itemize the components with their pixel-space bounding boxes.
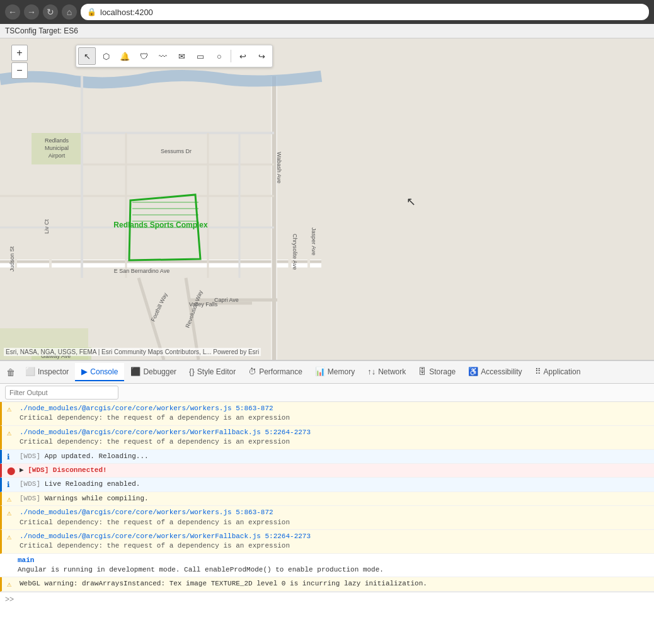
back-button[interactable]: ← bbox=[5, 4, 20, 20]
tab-accessibility[interactable]: ♿ Accessibility bbox=[462, 363, 528, 381]
devtools-tabs: 🗑 ⬜ Inspector ▶ Console ⬛ Debugger {} St… bbox=[0, 361, 654, 384]
console-message-2: ⚠ ./node_modules/@arcgis/core/core/worke… bbox=[0, 426, 654, 450]
msg-link-2[interactable]: ./node_modules/@arcgis/core/core/workers… bbox=[20, 428, 311, 436]
inspector-tab-icon: ⬜ bbox=[25, 367, 35, 376]
msg-sub-8: Critical dependency: the request of a de… bbox=[20, 542, 290, 549]
zoom-out-button[interactable]: − bbox=[11, 62, 28, 79]
trash-icon[interactable]: 🗑 bbox=[3, 365, 19, 380]
toolbar-separator bbox=[231, 50, 231, 62]
notify-tool-button[interactable]: 🔔 bbox=[116, 47, 134, 65]
network-tab-label: Network bbox=[378, 367, 406, 376]
undo-button[interactable]: ↩ bbox=[234, 47, 251, 65]
console-chevron-icon: >> bbox=[5, 595, 14, 604]
console-message-1: ⚠ ./node_modules/@arcgis/core/core/worke… bbox=[0, 402, 654, 426]
info-icon-1: ℹ bbox=[7, 452, 10, 463]
msg-tag-5: [WDS] bbox=[20, 480, 40, 488]
msg-tag-3: [WDS] bbox=[20, 452, 40, 460]
url-display: localhost:4200 bbox=[100, 8, 153, 17]
msg-disconnected: [WDS] Disconnected! bbox=[28, 466, 106, 474]
tab-inspector[interactable]: ⬜ Inspector bbox=[19, 363, 75, 381]
console-input-row: >> bbox=[0, 592, 654, 606]
svg-text:Chrysolite Ave: Chrysolite Ave bbox=[292, 234, 298, 270]
warning-icon-4: ⚠ bbox=[7, 509, 11, 519]
map-container[interactable]: Redlands Municipal Airport Redlands Spor… bbox=[0, 38, 654, 360]
zoom-controls: + − bbox=[11, 45, 28, 79]
select-tool-button[interactable]: ↖ bbox=[78, 47, 96, 65]
svg-text:E San Bernardino Ave: E San Bernardino Ave bbox=[114, 268, 169, 274]
msg-text-6: Warnings while compiling. bbox=[45, 495, 149, 502]
debugger-tab-icon: ⬛ bbox=[130, 367, 141, 376]
memory-tab-icon: 📊 bbox=[315, 367, 325, 376]
reload-button[interactable]: ↻ bbox=[43, 4, 58, 20]
console-tab-icon: ▶ bbox=[81, 367, 88, 376]
zoom-in-button[interactable]: + bbox=[11, 45, 28, 61]
svg-text:Wabash Ave: Wabash Ave bbox=[276, 152, 282, 183]
forward-button[interactable]: → bbox=[24, 4, 39, 20]
msg-link-7[interactable]: ./node_modules/@arcgis/core/core/workers… bbox=[20, 509, 273, 516]
home-button[interactable]: ⌂ bbox=[62, 4, 77, 20]
tab-memory[interactable]: 📊 Memory bbox=[309, 363, 361, 381]
msg-main-tag: main bbox=[18, 556, 34, 564]
console-messages: ⚠ ./node_modules/@arcgis/core/core/worke… bbox=[0, 402, 654, 592]
tab-performance[interactable]: ⏱ Performance bbox=[242, 363, 309, 381]
shield-tool-button[interactable]: 🛡 bbox=[135, 47, 152, 65]
svg-text:Judson St: Judson St bbox=[9, 246, 15, 272]
devtools-panel: 🗑 ⬜ Inspector ▶ Console ⬛ Debugger {} St… bbox=[0, 360, 654, 606]
accessibility-tab-icon: ♿ bbox=[468, 367, 478, 376]
tab-application[interactable]: ⠿ Application bbox=[529, 363, 587, 381]
error-icon-1: ⬤ bbox=[7, 466, 15, 477]
msg-text-10: WebGL warning: drawArraysInstanced: Tex … bbox=[20, 580, 427, 587]
warning-icon-1: ⚠ bbox=[7, 405, 11, 415]
map-toolbar: ↖ ⬡ 🔔 🛡 〰 ✉ ▭ ○ ↩ ↪ bbox=[76, 45, 273, 67]
map-svg: Redlands Municipal Airport Redlands Spor… bbox=[0, 38, 654, 360]
storage-tab-label: Storage bbox=[429, 367, 456, 376]
page-title: TSConfig Target: ES6 bbox=[5, 26, 78, 35]
msg-text-3: App updated. Reloading... bbox=[45, 452, 149, 460]
tab-style-editor[interactable]: {} Style Editor bbox=[183, 363, 242, 381]
msg-sub-1: Critical dependency: the request of a de… bbox=[20, 414, 290, 422]
msg-link-1[interactable]: ./node_modules/@arcgis/core/core/workers… bbox=[20, 405, 273, 412]
memory-tab-label: Memory bbox=[328, 367, 355, 376]
console-message-8: ⚠ ./node_modules/@arcgis/core/core/worke… bbox=[0, 530, 654, 554]
tab-debugger[interactable]: ⬛ Debugger bbox=[124, 363, 183, 381]
svg-text:Sessums Dr: Sessums Dr bbox=[161, 148, 192, 154]
lasso-tool-button[interactable]: ⬡ bbox=[97, 47, 115, 65]
tab-console[interactable]: ▶ Console bbox=[75, 363, 124, 381]
console-message-7: ⚠ ./node_modules/@arcgis/core/core/worke… bbox=[0, 506, 654, 530]
svg-text:Capri Ave: Capri Ave bbox=[214, 297, 239, 303]
tab-storage[interactable]: 🗄 Storage bbox=[412, 363, 462, 381]
redo-button[interactable]: ↪ bbox=[253, 47, 270, 65]
envelope-tool-button[interactable]: ✉ bbox=[173, 47, 190, 65]
warning-icon-5: ⚠ bbox=[7, 532, 11, 543]
style-editor-tab-label: Style Editor bbox=[197, 367, 236, 376]
application-tab-label: Application bbox=[544, 367, 581, 376]
page-header: TSConfig Target: ES6 bbox=[0, 24, 654, 38]
svg-text:Redlands Sports Complex: Redlands Sports Complex bbox=[113, 221, 208, 229]
svg-text:Jasper Ave: Jasper Ave bbox=[311, 227, 317, 255]
info-icon-2: ℹ bbox=[7, 480, 10, 491]
console-tab-label: Console bbox=[90, 367, 118, 376]
filter-input[interactable] bbox=[5, 386, 118, 400]
svg-text:Liv Ct: Liv Ct bbox=[43, 219, 50, 234]
circle-tool-button[interactable]: ○ bbox=[210, 47, 228, 65]
msg-text-5: Live Reloading enabled. bbox=[45, 480, 141, 488]
svg-text:Redlands: Redlands bbox=[45, 137, 69, 144]
browser-chrome: ← → ↻ ⌂ 🔒 localhost:4200 bbox=[0, 0, 654, 24]
msg-link-8[interactable]: ./node_modules/@arcgis/core/core/workers… bbox=[20, 532, 311, 540]
application-tab-icon: ⠿ bbox=[535, 367, 541, 376]
storage-tab-icon: 🗄 bbox=[418, 367, 427, 376]
path-tool-button[interactable]: 〰 bbox=[154, 47, 171, 65]
expand-icon-1[interactable]: ▶ bbox=[20, 466, 24, 474]
network-tab-icon: ↑↓ bbox=[367, 367, 376, 376]
svg-text:Airport: Airport bbox=[49, 152, 66, 159]
tab-network[interactable]: ↑↓ Network bbox=[361, 363, 412, 381]
performance-tab-label: Performance bbox=[259, 367, 302, 376]
rect-tool-button[interactable]: ▭ bbox=[192, 47, 209, 65]
svg-text:Municipal: Municipal bbox=[45, 145, 69, 151]
msg-tag-6: [WDS] bbox=[20, 495, 40, 502]
shield-icon: 🔒 bbox=[87, 8, 96, 16]
address-bar[interactable]: 🔒 localhost:4200 bbox=[81, 4, 649, 20]
style-editor-tab-icon: {} bbox=[189, 367, 195, 376]
msg-text-9: Angular is running in development mode. … bbox=[18, 566, 384, 573]
map-attribution: Esri, NASA, NGA, USGS, FEMA | Esri Commu… bbox=[4, 348, 261, 356]
